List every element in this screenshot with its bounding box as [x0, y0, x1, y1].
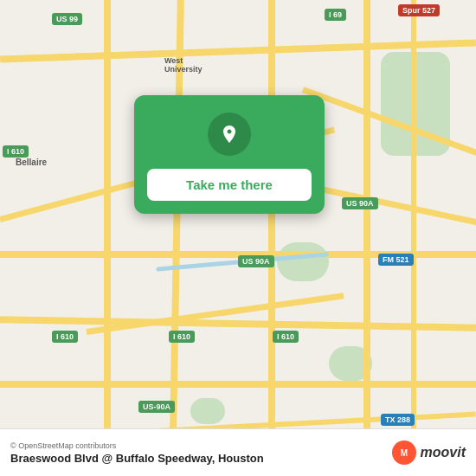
road-v3 [268, 0, 275, 476]
location-pin-icon [219, 124, 240, 145]
moovit-icon: M [392, 441, 416, 465]
moovit-bus-icon: M [397, 446, 411, 460]
take-me-there-button[interactable]: Take me there [147, 169, 312, 201]
highway-label-i610-btm1: I 610 [52, 331, 78, 343]
bottom-bar: © OpenStreetMap contributors Braeswood B… [0, 428, 476, 476]
road-v5 [411, 0, 416, 476]
location-name: Braeswood Blvd @ Buffalo Speedway, Houst… [10, 452, 264, 465]
highway-label-spur527: Spur 527 [398, 4, 440, 16]
highway-label-i69: I 69 [325, 9, 346, 21]
highway-label-us90a-right: US 90A [342, 197, 378, 209]
svg-text:M: M [400, 448, 407, 458]
green-area-4 [190, 398, 225, 424]
osm-credit: © OpenStreetMap contributors [10, 441, 264, 450]
place-label-west-university: WestUniversity [164, 56, 203, 74]
moovit-brand-text: moovit [421, 445, 466, 460]
highway-label-tx288: TX 288 [381, 414, 415, 426]
green-area-1 [277, 242, 329, 281]
road-v4 [363, 0, 370, 476]
moovit-logo: M moovit [392, 441, 466, 465]
highway-label-i610-left: I 610 [3, 145, 29, 158]
place-label-bellaire: Bellaire [16, 158, 47, 167]
highway-label-us99: US 99 [52, 13, 82, 25]
highway-label-i610-btm3: I 610 [273, 331, 299, 343]
location-icon-wrapper [208, 113, 251, 156]
highway-label-us90a-mid: US 90A [238, 255, 274, 267]
road-h4 [0, 381, 476, 388]
popup-card: Take me there [134, 95, 325, 214]
road-v1 [104, 0, 111, 476]
highway-label-fm521: FM 521 [378, 254, 414, 266]
highway-label-i610-btm2: I 610 [169, 331, 195, 343]
bottom-left-info: © OpenStreetMap contributors Braeswood B… [10, 441, 264, 465]
map-container: US 99 I 69 I 610 I 610 I 610 I 610 US 90… [0, 0, 476, 476]
highway-label-us90a-btm: US-90A [138, 401, 175, 413]
